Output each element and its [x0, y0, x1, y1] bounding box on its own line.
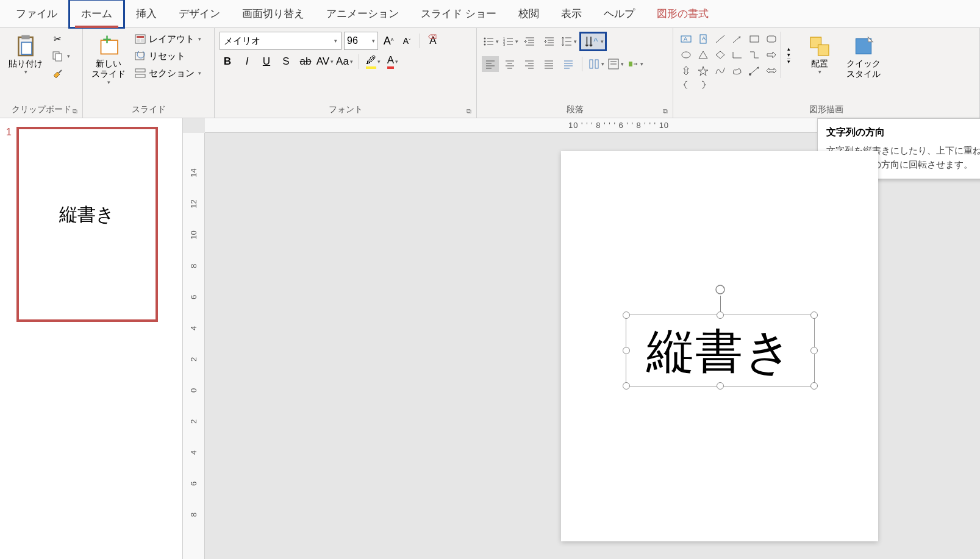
resize-handle-bl[interactable]	[623, 382, 630, 390]
shape-connector-arrow-icon[interactable]	[746, 63, 762, 78]
dialog-launcher-icon[interactable]: ⧉	[663, 107, 668, 115]
layout-button[interactable]: レイアウト▾	[132, 32, 204, 46]
tab-help[interactable]: ヘルプ	[593, 1, 646, 27]
dialog-launcher-icon[interactable]: ⧉	[73, 107, 77, 115]
resize-handle-ml[interactable]	[623, 347, 630, 354]
line-spacing-button[interactable]: ▾	[560, 34, 577, 49]
format-painter-button[interactable]	[49, 66, 73, 80]
decrease-font-button[interactable]: Aˇ	[399, 33, 415, 49]
textbox-content[interactable]: 縦書き	[626, 315, 814, 387]
tab-transitions[interactable]: 画面切り替え	[231, 1, 315, 27]
tab-view[interactable]: 表示	[550, 1, 593, 27]
resize-handle-tm[interactable]	[717, 312, 724, 319]
resize-handle-br[interactable]	[810, 382, 818, 390]
shape-freeform-icon[interactable]	[729, 63, 745, 78]
italic-button[interactable]: I	[239, 54, 255, 69]
svg-line-71	[733, 37, 740, 43]
shape-brace-left-icon[interactable]	[678, 79, 694, 90]
paste-button[interactable]: 貼り付け ▾	[5, 32, 46, 77]
tab-shape-format[interactable]: 図形の書式	[646, 1, 720, 27]
tab-design[interactable]: デザイン	[168, 1, 231, 27]
shape-star-icon[interactable]	[695, 63, 711, 78]
chevron-down-icon: ▾	[574, 38, 577, 45]
shape-roundrect-icon[interactable]	[764, 32, 779, 46]
shape-line-icon[interactable]	[712, 32, 728, 46]
slide-thumbnail[interactable]: 縦書き	[16, 127, 158, 322]
strikethrough-button[interactable]: ab	[298, 54, 313, 69]
align-left-button[interactable]	[482, 56, 499, 72]
new-slide-button[interactable]: 新しい スライド ▾	[88, 32, 129, 88]
resize-handle-bm[interactable]	[717, 382, 724, 390]
group-label-clipboard: クリップボード	[12, 104, 71, 114]
svg-rect-15	[135, 74, 145, 77]
slide-editor[interactable]: 10 ' ' ' 8 ' ' ' 6 ' ' 8	[183, 118, 980, 559]
selected-textbox[interactable]: 縦書き	[626, 315, 815, 386]
highlight-color-button[interactable]: 🖉▾	[365, 54, 381, 69]
shape-triangle-icon[interactable]	[695, 48, 711, 62]
smartart-button[interactable]: ▾	[626, 56, 643, 72]
slide-thumbnail-row[interactable]: 1 縦書き	[6, 127, 176, 322]
shadow-button[interactable]: S	[278, 54, 294, 69]
quick-styles-button[interactable]: クイック スタイル	[843, 32, 884, 82]
chevron-down-icon: ▾	[515, 38, 518, 45]
svg-rect-78	[818, 45, 829, 56]
shapes-gallery[interactable]: A A ▴▾▾	[678, 32, 796, 90]
shape-textbox-v-icon[interactable]: A	[695, 32, 711, 46]
justify-button[interactable]	[540, 56, 557, 72]
shapes-more-icon[interactable]: ▴▾▾	[781, 32, 796, 78]
ruler-mark: 14	[189, 168, 198, 177]
shape-lconnector-icon[interactable]	[729, 48, 745, 62]
tab-slideshow[interactable]: スライド ショー	[410, 1, 507, 27]
shape-rect-icon[interactable]	[746, 32, 762, 46]
tab-insert[interactable]: 挿入	[125, 1, 168, 27]
tab-review[interactable]: 校閲	[507, 1, 550, 27]
copy-button[interactable]: ▾	[49, 49, 73, 63]
resize-handle-tl[interactable]	[623, 312, 630, 319]
slide-panel[interactable]: 1 縦書き	[0, 118, 183, 559]
slide-canvas[interactable]: 縦書き	[561, 151, 878, 541]
resize-handle-tr[interactable]	[810, 312, 818, 319]
rotate-handle[interactable]	[714, 283, 726, 296]
font-size-select[interactable]: 96▾	[344, 32, 378, 50]
align-center-button[interactable]	[501, 56, 518, 72]
bullets-button[interactable]: ▾	[482, 34, 499, 49]
resize-handle-mr[interactable]	[810, 347, 818, 354]
columns-button[interactable]: ▾	[587, 56, 604, 72]
shape-oval-icon[interactable]	[678, 48, 694, 62]
bold-button[interactable]: B	[220, 54, 235, 69]
section-button[interactable]: セクション▾	[132, 66, 204, 80]
tab-home[interactable]: ホーム	[68, 0, 125, 29]
shape-arrowline-icon[interactable]	[729, 32, 745, 46]
numbering-button[interactable]: 123▾	[501, 34, 518, 49]
increase-indent-button[interactable]	[540, 34, 557, 49]
underline-button[interactable]: U	[259, 54, 274, 69]
svg-rect-61	[595, 60, 598, 68]
shape-brace-right-icon[interactable]	[695, 79, 711, 90]
cut-button[interactable]: ✂	[49, 32, 73, 46]
shape-diamond-icon[interactable]	[712, 48, 728, 62]
char-spacing-button[interactable]: AV▾	[317, 54, 333, 69]
increase-font-button[interactable]: A^	[381, 33, 396, 49]
clear-formatting-button[interactable]: A⌫	[425, 33, 441, 49]
tab-file[interactable]: ファイル	[5, 1, 68, 27]
font-name-select[interactable]: メイリオ▾	[220, 32, 342, 50]
shape-textbox-h-icon[interactable]: A	[678, 32, 694, 46]
text-direction-button[interactable]: A ▾	[579, 32, 607, 51]
shape-arrow-updown-icon[interactable]	[678, 63, 694, 78]
tab-animations[interactable]: アニメーション	[315, 1, 410, 27]
svg-rect-2	[21, 42, 32, 54]
shape-zconnector-icon[interactable]	[746, 48, 762, 62]
dialog-launcher-icon[interactable]: ⧉	[467, 107, 471, 115]
align-right-button[interactable]	[521, 56, 538, 72]
change-case-button[interactable]: Aa▾	[337, 54, 352, 69]
decrease-indent-button[interactable]	[521, 34, 538, 49]
shape-arrow-right-icon[interactable]	[764, 48, 779, 62]
arrange-label: 配置	[811, 59, 828, 69]
shape-doublearrow-icon[interactable]	[764, 63, 779, 78]
font-color-button[interactable]: A▾	[385, 54, 401, 69]
reset-button[interactable]: リセット	[132, 49, 204, 63]
shape-curve-icon[interactable]	[712, 63, 728, 78]
arrange-button[interactable]: 配置 ▾	[804, 32, 835, 77]
align-text-button[interactable]: ▾	[607, 56, 624, 72]
distribute-button[interactable]	[560, 56, 577, 72]
